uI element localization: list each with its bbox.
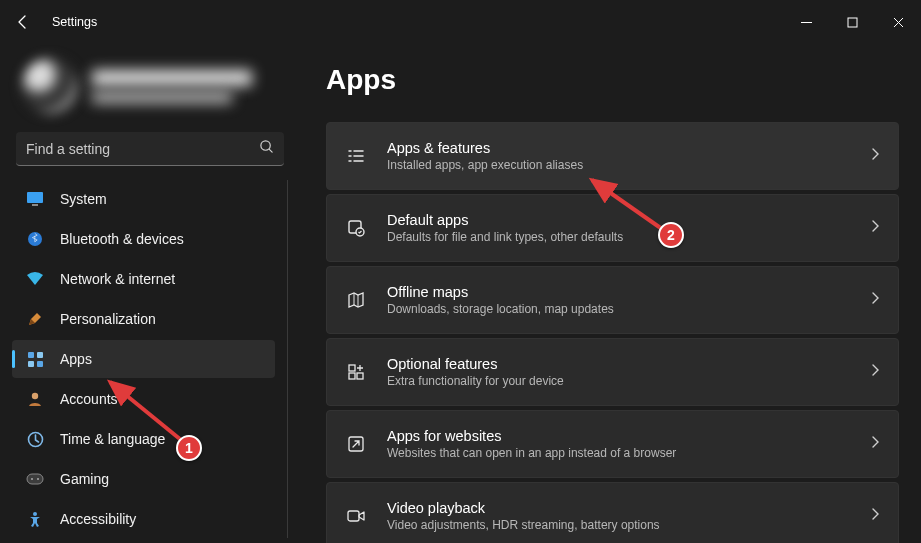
card-sub: Downloads, storage location, map updates [387, 302, 850, 316]
sidebar-item-label: Accessibility [60, 511, 136, 527]
svg-rect-17 [349, 365, 355, 371]
card-sub: Websites that can open in an app instead… [387, 446, 850, 460]
search-box[interactable] [16, 132, 284, 166]
sidebar-item-bluetooth[interactable]: Bluetooth & devices [12, 220, 275, 258]
chevron-right-icon [870, 147, 880, 165]
svg-rect-7 [28, 361, 34, 367]
chevron-right-icon [870, 363, 880, 381]
card-sub: Installed apps, app execution aliases [387, 158, 850, 172]
card-sub: Extra functionality for your device [387, 374, 850, 388]
svg-point-13 [37, 478, 39, 480]
svg-rect-6 [37, 352, 43, 358]
card-sub: Defaults for file and link types, other … [387, 230, 850, 244]
minimize-button[interactable] [783, 6, 829, 38]
window-title: Settings [52, 15, 97, 29]
svg-rect-21 [348, 511, 359, 521]
sidebar-item-label: Accounts [60, 391, 118, 407]
accounts-icon [26, 390, 44, 408]
svg-rect-11 [27, 474, 43, 484]
sidebar-item-accounts[interactable]: Accounts [12, 380, 275, 418]
system-icon [26, 190, 44, 208]
titlebar: Settings [0, 0, 921, 44]
personalization-icon [26, 310, 44, 328]
sidebar-item-system[interactable]: System [12, 180, 275, 218]
sidebar: System Bluetooth & devices Network & int… [0, 44, 300, 543]
svg-rect-2 [27, 192, 43, 203]
profile-block[interactable] [22, 58, 284, 114]
close-button[interactable] [875, 6, 921, 38]
avatar [22, 58, 78, 114]
sidebar-item-label: Bluetooth & devices [60, 231, 184, 247]
svg-point-14 [33, 512, 37, 516]
search-input[interactable] [26, 141, 259, 157]
card-offline-maps[interactable]: Offline maps Downloads, storage location… [326, 266, 899, 334]
sidebar-item-personalization[interactable]: Personalization [12, 300, 275, 338]
chevron-right-icon [870, 435, 880, 453]
profile-email [92, 92, 232, 103]
sidebar-item-label: System [60, 191, 107, 207]
sidebar-nav: System Bluetooth & devices Network & int… [12, 180, 288, 538]
svg-rect-18 [349, 373, 355, 379]
svg-rect-5 [28, 352, 34, 358]
card-title: Optional features [387, 356, 850, 372]
list-icon [345, 146, 367, 166]
svg-rect-3 [32, 204, 38, 206]
sidebar-item-label: Personalization [60, 311, 156, 327]
sidebar-item-time-language[interactable]: Time & language [12, 420, 275, 458]
card-title: Video playback [387, 500, 850, 516]
svg-rect-0 [848, 18, 857, 27]
network-icon [26, 270, 44, 288]
sidebar-item-gaming[interactable]: Gaming [12, 460, 275, 498]
time-icon [26, 430, 44, 448]
card-apps-features[interactable]: Apps & features Installed apps, app exec… [326, 122, 899, 190]
card-sub: Video adjustments, HDR streaming, batter… [387, 518, 850, 532]
chevron-right-icon [870, 291, 880, 309]
main-content: Apps Apps & features Installed apps, app… [300, 44, 921, 543]
sidebar-item-accessibility[interactable]: Accessibility [12, 500, 275, 538]
svg-point-9 [32, 393, 38, 399]
chevron-right-icon [870, 507, 880, 525]
chevron-right-icon [870, 219, 880, 237]
card-optional-features[interactable]: Optional features Extra functionality fo… [326, 338, 899, 406]
sidebar-item-label: Time & language [60, 431, 165, 447]
search-icon [259, 139, 274, 158]
sidebar-item-label: Network & internet [60, 271, 175, 287]
card-default-apps[interactable]: Default apps Defaults for file and link … [326, 194, 899, 262]
annotation-marker-1: 1 [176, 435, 202, 461]
websites-icon [345, 434, 367, 454]
card-video-playback[interactable]: Video playback Video adjustments, HDR st… [326, 482, 899, 543]
card-title: Apps & features [387, 140, 850, 156]
default-apps-icon [345, 218, 367, 238]
svg-rect-19 [357, 373, 363, 379]
card-apps-websites[interactable]: Apps for websites Websites that can open… [326, 410, 899, 478]
sidebar-item-apps[interactable]: Apps [12, 340, 275, 378]
svg-point-12 [31, 478, 33, 480]
card-title: Offline maps [387, 284, 850, 300]
bluetooth-icon [26, 230, 44, 248]
sidebar-item-label: Apps [60, 351, 92, 367]
sidebar-item-label: Gaming [60, 471, 109, 487]
svg-point-1 [261, 141, 270, 150]
accessibility-icon [26, 510, 44, 528]
video-icon [345, 506, 367, 526]
svg-rect-8 [37, 361, 43, 367]
optional-icon [345, 362, 367, 382]
page-title: Apps [326, 64, 899, 96]
card-title: Default apps [387, 212, 850, 228]
profile-name [92, 70, 252, 86]
gaming-icon [26, 470, 44, 488]
card-title: Apps for websites [387, 428, 850, 444]
sidebar-item-network[interactable]: Network & internet [12, 260, 275, 298]
maximize-button[interactable] [829, 6, 875, 38]
annotation-marker-2: 2 [658, 222, 684, 248]
back-button[interactable] [10, 9, 36, 35]
map-icon [345, 290, 367, 310]
settings-cards: Apps & features Installed apps, app exec… [326, 122, 899, 543]
apps-icon [26, 350, 44, 368]
